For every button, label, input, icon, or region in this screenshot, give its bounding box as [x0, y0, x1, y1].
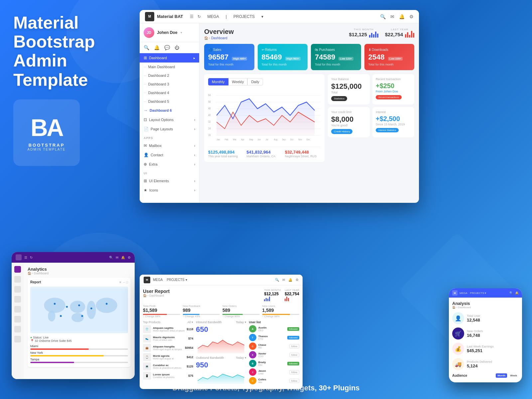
user-btn-7[interactable]: follow	[289, 379, 299, 383]
tablet-menu-icon[interactable]: ☰	[24, 256, 27, 259]
sidebar-item-dashboard[interactable]: ⊞ Dashboard ▸	[140, 53, 199, 63]
today-filter[interactable]: Today ▾	[236, 321, 246, 324]
sidebar-item-dashboard6[interactable]: → Dashboard 6	[140, 106, 199, 115]
sidebar-item-dashboard2[interactable]: ··· Dashboard 2	[140, 71, 199, 80]
tablet-sidebar-icon-5[interactable]	[14, 316, 21, 323]
sidebar-item-mailbox[interactable]: ✉ Mailbox ›	[140, 141, 199, 150]
last-year-chart	[405, 31, 414, 38]
tablet-sidebar-icon-2[interactable]	[14, 286, 21, 293]
tablet-settings-icon[interactable]: ⚙	[128, 256, 131, 259]
product-info-1: Aliquam sagittis Morbi dignissim tellus …	[153, 327, 185, 332]
mail-icon[interactable]: ✉	[390, 14, 394, 19]
recent-transactions-btn[interactable]: Recent transactions	[376, 95, 402, 99]
sidebar-label-mailbox: Mailbox	[149, 144, 162, 148]
svg-point-31	[87, 301, 96, 319]
tablet-bell-icon[interactable]: 🔔	[121, 256, 125, 259]
search-icon[interactable]: 🔍	[380, 14, 386, 19]
settings-icon[interactable]: ⚙	[409, 14, 414, 19]
sidebar-item-dashboard4[interactable]: ··· Dashboard 4	[140, 88, 199, 97]
phone-projects[interactable]: PROJECTS ▾	[470, 292, 486, 295]
user-btn-4[interactable]: follow	[289, 353, 299, 357]
svg-text:64: 64	[208, 93, 211, 97]
location2-footer: $32,749,448 Neglinnaya Street, RUS	[285, 150, 321, 158]
interest-statistics-btn[interactable]: Interest Statistics	[376, 128, 399, 132]
sidebar-item-icons[interactable]: ★ Icons ›	[140, 186, 199, 195]
purchases-card: 🛍 Purchases 74589 Low 123+ Total for thi…	[311, 44, 361, 70]
bcw-settings-icon[interactable]: ⚙	[296, 278, 299, 282]
tablet-sidebar-icon-7[interactable]	[14, 336, 21, 342]
icons-arrow: ›	[194, 189, 195, 192]
titlebar-right: 🔍 ✉ 🔔 ⚙	[380, 14, 414, 19]
bcw-mail-icon[interactable]: ✉	[282, 278, 285, 282]
report-close-icon[interactable]: ✕	[119, 281, 122, 284]
sales-sub: Total for this month	[208, 63, 250, 66]
week-toggle[interactable]: Week	[508, 373, 519, 378]
location2-label: Neglinnaya Street, RUS	[285, 155, 321, 158]
logo-letters: BA	[31, 114, 63, 141]
bell-icon[interactable]: 🔔	[399, 14, 405, 19]
bell-sidebar-icon[interactable]: 🔔	[154, 45, 160, 50]
top-products-filter[interactable]: All ▾	[188, 321, 194, 324]
tablet-sidebar-icon-4[interactable]	[14, 306, 21, 313]
sidebar: JD Johen Doe ▾ 🔍 🔔 💬 ⏻ ⊞ Dashboard ▸ ···	[140, 23, 200, 203]
tablet-sidebar-icon-3[interactable]	[14, 296, 21, 303]
menu-icon[interactable]: ☰	[190, 14, 194, 19]
sidebar-item-page-layouts[interactable]: 📄 Page Layouts ›	[140, 124, 199, 134]
tablet-sidebar-icon-1[interactable]	[14, 276, 21, 283]
extra-arrow: ›	[194, 163, 195, 166]
bcw-projects[interactable]: PROJECTS ▾	[167, 278, 187, 282]
nav-projects[interactable]: PROJECTS	[233, 14, 255, 19]
user-dropdown-icon[interactable]: ▾	[181, 31, 182, 34]
total-earning-label: This year total earning	[208, 155, 244, 158]
sidebar-item-extra[interactable]: ⊕ Extra ›	[140, 160, 199, 169]
bcw-nav: MEGA PROJECTS ▾	[153, 278, 187, 282]
report-expand-icon[interactable]: □	[126, 281, 128, 284]
user-btn-6[interactable]: follow	[289, 370, 299, 374]
report-minimize-icon[interactable]: −	[123, 281, 125, 284]
tablet-sidebar-icon-6[interactable]	[14, 326, 21, 332]
statistics-btn[interactable]: Statistics	[331, 96, 347, 101]
bcw-search-icon[interactable]: 🔍	[275, 278, 279, 282]
tab-daily[interactable]: Daily	[247, 78, 263, 85]
location1-value: $41,832,964	[246, 150, 282, 155]
phone-search-icon[interactable]: 🔍	[509, 291, 513, 295]
product-info-5: Curabitur ac Morbi at pharetra et ultric…	[153, 364, 185, 369]
user-list-title: User list	[249, 321, 299, 324]
user-info-3: Chase MD	[258, 343, 287, 349]
sidebar-item-ui-elements[interactable]: ⊞ UI Elements ›	[140, 176, 199, 186]
bcw-bell-icon[interactable]: 🔔	[288, 278, 292, 282]
tab-monthly[interactable]: Monthly	[208, 78, 228, 85]
sidebar-item-main-dashboard[interactable]: ··· Main Dashboard	[140, 63, 199, 71]
sidebar-item-dashboard3[interactable]: ··· Dashboard 3	[140, 80, 199, 88]
credit-history-btn[interactable]: Credit History	[331, 129, 352, 134]
sidebar-item-arrow: ▸	[194, 56, 195, 60]
sidebar-item-dashboard5[interactable]: ··· Dashboard 5	[140, 97, 199, 106]
sidebar-item-layout[interactable]: ⊡ Layout Options ›	[140, 115, 199, 124]
power-sidebar-icon[interactable]: ⏻	[175, 45, 179, 50]
user-btn-1[interactable]: followed	[287, 327, 299, 331]
sidebar-item-contact[interactable]: 👤 Contact ›	[140, 150, 199, 160]
refresh-icon[interactable]: ↻	[198, 14, 201, 19]
bcw-mega[interactable]: MEGA	[153, 278, 163, 282]
user-btn-2[interactable]: followed	[287, 336, 299, 339]
today-filter2[interactable]: Today ▾	[236, 356, 246, 359]
dots-icon-4: ···	[144, 91, 146, 94]
search-sidebar-icon[interactable]: 🔍	[144, 45, 149, 50]
tablet-search-icon[interactable]: 🔍	[109, 256, 113, 259]
tablet-sidebar-icon-active[interactable]	[14, 266, 21, 273]
tab-weekly[interactable]: Weekly	[228, 78, 248, 85]
nav-mega[interactable]: MEGA	[207, 14, 219, 19]
phone-bell-icon[interactable]: 🔔	[515, 291, 519, 295]
month-toggle[interactable]: Month	[496, 373, 507, 378]
sidebar-label-extra: Extra	[149, 162, 158, 166]
tablet-nav-icons: ☰ ↻	[24, 256, 33, 259]
dots-icon-3: ···	[144, 82, 146, 86]
chat-sidebar-icon[interactable]: 💬	[164, 45, 170, 50]
tablet-refresh-icon[interactable]: ↻	[30, 256, 33, 259]
sidebar-label-main: Main Dashboard	[148, 65, 175, 69]
tablet-mail-icon[interactable]: ✉	[116, 256, 118, 259]
sales-label: 🔵 Sales	[208, 48, 250, 52]
phone-mega[interactable]: MEGA	[460, 292, 467, 295]
user-btn-3[interactable]: follow	[289, 344, 299, 348]
user-btn-5[interactable]: followed	[287, 362, 299, 365]
